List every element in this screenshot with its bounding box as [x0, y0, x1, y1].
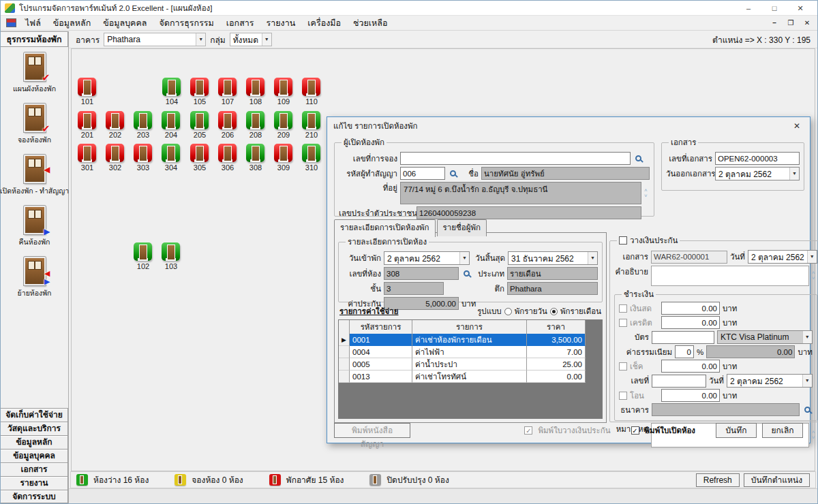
search-icon[interactable]: [635, 155, 641, 161]
menu-item[interactable]: ช่วยเหลือ: [347, 16, 394, 31]
sidebar-section-button[interactable]: จัดการระบบ: [1, 490, 68, 503]
sidebar-section-button[interactable]: เอกสาร: [1, 462, 68, 476]
search-icon[interactable]: [450, 170, 456, 176]
sidebar-item[interactable]: แผนผังห้องพัก: [1, 52, 68, 95]
credit-input[interactable]: 0.00: [661, 316, 720, 329]
building-select[interactable]: Phathara ▼: [104, 33, 206, 46]
mdi-close-icon[interactable]: ✕: [800, 19, 815, 27]
room-206[interactable]: 206: [218, 111, 237, 139]
mdi-restore-icon[interactable]: ❐: [783, 19, 798, 27]
sidebar-section-button[interactable]: วัสดุและบริการ: [1, 422, 68, 435]
card-type-select[interactable]: KTC Visa Platinum ▼: [717, 330, 813, 344]
minimize-icon[interactable]: –: [736, 1, 761, 15]
doc-no-input[interactable]: OPEN62-000003: [715, 152, 800, 165]
table-row[interactable]: 0005ค่าน้ำประปา25.00: [339, 358, 586, 371]
room-208[interactable]: 208: [246, 111, 265, 139]
room-210[interactable]: 210: [302, 111, 321, 139]
cheque-checkbox[interactable]: [619, 362, 627, 371]
cheque-no-input[interactable]: [652, 375, 706, 388]
cash-input[interactable]: 0.00: [661, 302, 720, 315]
close-icon[interactable]: ✕: [787, 1, 813, 15]
checkin-date-select[interactable]: 2 ตุลาคม 2562 ▼: [384, 251, 470, 265]
radio-daily[interactable]: [504, 308, 512, 315]
room-101[interactable]: 101: [78, 78, 97, 106]
room-201[interactable]: 201: [78, 111, 97, 139]
room-303[interactable]: 303: [134, 144, 153, 172]
search-icon[interactable]: [464, 270, 470, 277]
sidebar-item[interactable]: จองห้องพัก: [1, 104, 68, 146]
mdi-minimize-icon[interactable]: –: [767, 19, 782, 27]
booking-no-input[interactable]: [400, 152, 631, 165]
description-textarea[interactable]: [651, 266, 809, 286]
room-103[interactable]: 103: [162, 242, 181, 270]
sidebar-section-button[interactable]: ข้อมูลบุคคล: [1, 449, 68, 462]
cheque-date-select[interactable]: 2 ตุลาคม 2562 ▼: [727, 374, 813, 388]
sidebar-section-button[interactable]: ข้อมูลหลัก: [1, 435, 68, 449]
room-109[interactable]: 109: [274, 78, 293, 106]
refresh-button[interactable]: Refresh: [696, 473, 740, 487]
room-108[interactable]: 108: [246, 78, 265, 106]
transfer-input[interactable]: 0.00: [661, 389, 720, 402]
menu-item[interactable]: ข้อมูลหลัก: [47, 16, 97, 31]
menu-item[interactable]: ไฟล์: [19, 16, 47, 31]
room-309[interactable]: 309: [274, 144, 293, 172]
cancel-button[interactable]: ยกเลิก: [762, 423, 803, 438]
table-row[interactable]: ▶0001ค่าเช่าห้องพักรายเดือน3,500.00: [339, 334, 586, 346]
scroll-arrows-icon[interactable]: ˄˅: [644, 188, 650, 199]
menu-item[interactable]: รายงาน: [260, 16, 302, 31]
credit-checkbox[interactable]: [619, 319, 627, 327]
dialog-close-icon[interactable]: ✕: [790, 121, 804, 131]
menu-item[interactable]: เอกสาร: [220, 16, 260, 31]
room-302[interactable]: 302: [106, 144, 125, 172]
room-305[interactable]: 305: [190, 144, 209, 172]
save-button[interactable]: บันทึก: [716, 423, 757, 438]
room-204[interactable]: 204: [162, 111, 181, 139]
fee-percent-input[interactable]: 0: [675, 345, 694, 358]
transfer-checkbox[interactable]: [619, 392, 627, 400]
group-select[interactable]: ทั้งหมด ▼: [230, 33, 272, 46]
cheque-input[interactable]: 0.00: [661, 360, 720, 373]
sidebar-item[interactable]: เปิดห้องพัก - ทำสัญญา: [1, 155, 68, 197]
print-contract-button[interactable]: พิมพ์หนังสือสัญญา: [334, 423, 410, 438]
room-203[interactable]: 203: [134, 111, 153, 139]
table-row[interactable]: 0004ค่าไฟฟ้า7.00: [339, 346, 586, 358]
scroll-arrows-icon[interactable]: ˄˅: [812, 270, 817, 281]
table-row[interactable]: 0013ค่าเช่าโทรทัศน์0.00: [339, 371, 586, 383]
room-110[interactable]: 110: [302, 78, 321, 106]
print-open-checkbox[interactable]: [631, 426, 639, 435]
room-202[interactable]: 202: [106, 111, 125, 139]
sidebar-item[interactable]: ย้ายห้องพัก: [1, 257, 68, 299]
sidebar-section-button[interactable]: รายงาน: [1, 476, 68, 490]
tab-open-room-details[interactable]: รายละเอียดการเปิดห้องพัก: [334, 219, 436, 237]
scroll-arrows-icon[interactable]: ˄˅: [812, 430, 817, 441]
room-205[interactable]: 205: [190, 111, 209, 139]
room-102[interactable]: 102: [134, 242, 153, 270]
sidebar-section-button[interactable]: จัดเก็บค่าใช้จ่าย: [1, 408, 68, 422]
contractor-code-input[interactable]: 006: [400, 167, 445, 180]
menu-item[interactable]: ข้อมูลบุคคล: [97, 16, 153, 31]
card-no-input[interactable]: [652, 331, 714, 344]
cash-checkbox[interactable]: [619, 304, 627, 313]
tab-guest-list[interactable]: รายชื่อผู้พัก: [437, 219, 487, 236]
deposit-date-select[interactable]: 2 ตุลาคม 2562 ▼: [748, 250, 817, 264]
room-209[interactable]: 209: [274, 111, 293, 139]
room-306[interactable]: 306: [218, 144, 237, 172]
search-icon[interactable]: [804, 407, 811, 413]
radio-monthly[interactable]: [550, 308, 558, 315]
maximize-icon[interactable]: □: [761, 1, 787, 15]
doc-date-select[interactable]: 2 ตุลาคม 2562 ▼: [715, 167, 800, 180]
room-304[interactable]: 304: [162, 144, 181, 172]
end-date-select[interactable]: 31 ธันวาคม 2562 ▼: [508, 251, 598, 265]
room-105[interactable]: 105: [190, 78, 209, 106]
save-position-button[interactable]: บันทึกตำแหน่ง: [744, 473, 810, 487]
menu-item[interactable]: เครื่องมือ: [301, 16, 347, 31]
room-104[interactable]: 104: [162, 78, 181, 106]
room-107[interactable]: 107: [218, 78, 237, 106]
menu-item[interactable]: จัดการธุรกรรม: [153, 16, 220, 31]
print-deposit-checkbox[interactable]: [524, 426, 532, 435]
room-308[interactable]: 308: [246, 144, 265, 172]
room-310[interactable]: 310: [302, 144, 321, 172]
deposit-checkbox[interactable]: [619, 236, 627, 245]
sidebar-item[interactable]: คืนห้องพัก: [1, 206, 68, 248]
room-301[interactable]: 301: [78, 144, 97, 172]
